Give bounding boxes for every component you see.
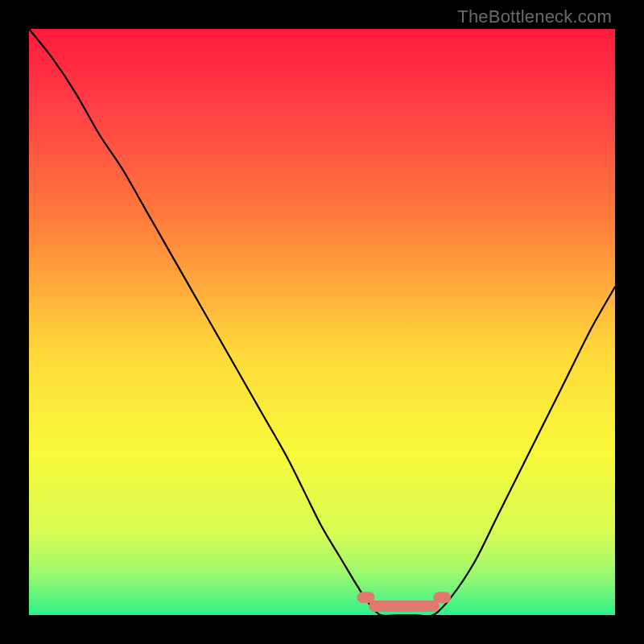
- annotation-group: [357, 592, 451, 612]
- bottleneck-curve: [29, 29, 615, 615]
- optimal-tick-right: [433, 592, 451, 603]
- attribution-text: TheBottleneck.com: [457, 6, 612, 27]
- chart-frame: [29, 29, 615, 615]
- optimal-tick-left: [357, 592, 375, 603]
- optimal-band: [369, 601, 439, 612]
- chart-overlay: [29, 29, 615, 615]
